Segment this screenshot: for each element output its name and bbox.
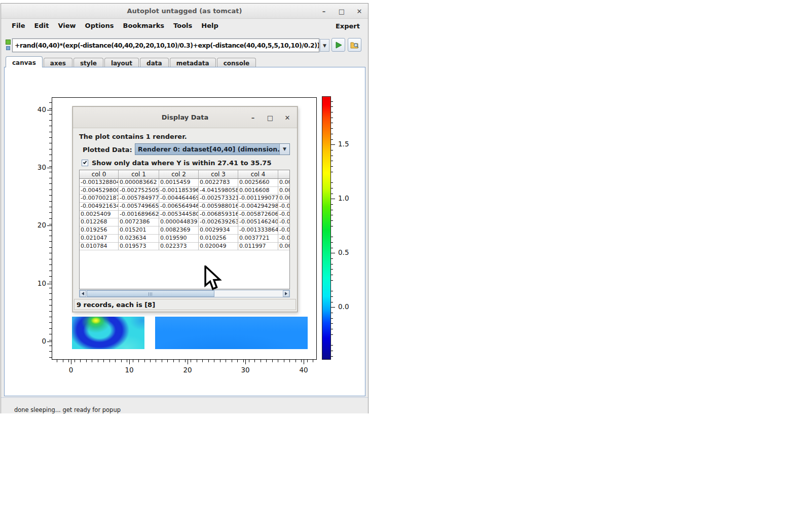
table-cell[interactable]: -0.001328804... <box>80 179 119 187</box>
table-row[interactable]: -0.001328804...0.0000836620.00154590.002… <box>80 179 289 187</box>
table-cell[interactable]: -0.004921634... <box>80 203 119 211</box>
window-titlebar[interactable]: Autoplot untagged (as tomcat) <box>1 4 368 19</box>
table-cell[interactable]: -0.006564946... <box>159 203 199 211</box>
tab-data[interactable]: data <box>140 58 169 67</box>
scroll-left-icon[interactable] <box>80 290 86 297</box>
column-header[interactable]: col 1 <box>119 170 159 178</box>
table-cell[interactable]: 0.011997 <box>238 243 278 251</box>
column-header[interactable] <box>278 170 290 178</box>
table-cell[interactable]: 0.012268 <box>80 218 119 226</box>
table-cell[interactable]: 0.019590 <box>159 235 199 243</box>
table-row[interactable]: 0.0210470.0236340.0195900.0102560.003772… <box>80 235 289 243</box>
menu-tools[interactable]: Tools <box>169 19 197 33</box>
table-cell[interactable]: -0.001689662... <box>119 211 159 219</box>
table-cell[interactable]: -0.002639263... <box>199 218 238 226</box>
tab-console[interactable]: console <box>217 58 256 67</box>
table-row[interactable]: 0.0122680.00723860.000044839-0.002639263… <box>80 218 289 226</box>
table-cell[interactable]: -0.006859316... <box>199 211 238 219</box>
table-cell[interactable]: 0.00 <box>278 187 290 195</box>
table-cell[interactable]: -0.005344580... <box>159 211 199 219</box>
colorbar[interactable] <box>322 96 331 360</box>
close-icon[interactable]: ✕ <box>356 8 363 15</box>
dialog-maximize-icon[interactable]: □ <box>267 114 274 122</box>
table-cell[interactable]: -0.0 <box>278 235 290 243</box>
table-cell[interactable]: -0.0 <box>278 203 290 211</box>
uri-input[interactable]: +rand(40,40)*(exp(-distance(40,40,20,20,… <box>12 39 319 52</box>
table-cell[interactable]: 0.0015459 <box>159 179 199 187</box>
table-cell[interactable]: 0.021047 <box>80 235 119 243</box>
y-filter-checkbox[interactable] <box>82 160 88 166</box>
column-header[interactable]: col 0 <box>80 170 119 178</box>
table-cell[interactable]: -0.002752505... <box>119 187 159 195</box>
table-cell[interactable]: -4.041598058... <box>199 187 238 195</box>
table-cell[interactable]: -0.004294298... <box>238 203 278 211</box>
table-cell[interactable]: 0.022373 <box>159 243 199 251</box>
table-cell[interactable]: 0.000044839 <box>159 218 199 226</box>
table-cell[interactable]: 0.015201 <box>119 226 159 235</box>
table-cell[interactable]: 0.019573 <box>119 243 159 251</box>
table-cell[interactable]: 0.0016608 <box>238 187 278 195</box>
dialog-minimize-icon[interactable]: – <box>249 114 256 122</box>
table-row[interactable]: -0.004529800...-0.002752505...-0.0011853… <box>80 187 289 195</box>
table-cell[interactable]: 0.0072386 <box>119 218 159 226</box>
column-header[interactable]: col 4 <box>238 170 278 178</box>
menu-bookmarks[interactable]: Bookmarks <box>119 19 169 33</box>
table-cell[interactable]: 0.020049 <box>199 243 238 251</box>
table-cell[interactable]: 0.023634 <box>119 235 159 243</box>
table-cell[interactable]: -0.005749665... <box>119 203 159 211</box>
table-cell[interactable]: -0.005784977... <box>119 195 159 203</box>
table-cell[interactable]: 0.00 <box>278 179 290 187</box>
table-cell[interactable]: -0.007002187... <box>80 195 119 203</box>
table-cell[interactable]: -0.0 <box>278 218 290 226</box>
table-cell[interactable]: -0.005872606... <box>238 211 278 219</box>
table-cell[interactable]: -0.002573321... <box>199 195 238 203</box>
menu-help[interactable]: Help <box>197 19 223 33</box>
table-cell[interactable]: -0.001199077... <box>238 195 278 203</box>
table-cell[interactable]: 0.0022783 <box>199 179 238 187</box>
menu-options[interactable]: Options <box>81 19 119 33</box>
tab-canvas[interactable]: canvas <box>6 56 43 67</box>
table-row[interactable]: 0.0025409-0.001689662...-0.005344580...-… <box>80 211 289 219</box>
table-cell[interactable]: 0.0082369 <box>159 226 199 235</box>
table-cell[interactable]: -0.004464469... <box>159 195 199 203</box>
table-cell[interactable]: -0.005988016... <box>199 203 238 211</box>
table-row[interactable]: -0.004921634...-0.005749665...-0.0065649… <box>80 203 289 211</box>
table-row[interactable]: 0.0107840.0195730.0223730.0200490.011997… <box>80 243 289 251</box>
horizontal-scrollbar[interactable] <box>79 290 290 297</box>
table-cell[interactable]: -0.001185396... <box>159 187 199 195</box>
table-cell[interactable]: -0.0 <box>278 211 290 219</box>
table-cell[interactable]: 0.0025409 <box>80 211 119 219</box>
table-cell[interactable]: 0.0025660 <box>238 179 278 187</box>
plotted-data-combobox[interactable]: Renderer 0: dataset[40,40] (dimension...… <box>135 143 290 155</box>
dialog-close-icon[interactable]: ✕ <box>284 114 291 122</box>
table-cell[interactable]: 0.010256 <box>199 235 238 243</box>
menu-edit[interactable]: Edit <box>30 19 54 33</box>
table-cell[interactable]: 0.00 <box>278 243 290 251</box>
table-cell[interactable]: 0.010784 <box>80 243 119 251</box>
table-cell[interactable]: 0.019256 <box>80 226 119 235</box>
combobox-arrow-icon[interactable]: ▼ <box>279 144 289 155</box>
table-row[interactable]: -0.007002187...-0.005784977...-0.0044644… <box>80 195 289 203</box>
go-button[interactable] <box>331 38 345 52</box>
menu-view[interactable]: View <box>53 19 80 33</box>
column-header[interactable]: col 2 <box>159 170 199 178</box>
maximize-icon[interactable]: □ <box>338 8 345 15</box>
menu-file[interactable]: File <box>7 19 30 33</box>
table-cell[interactable]: -0.004529800... <box>80 187 119 195</box>
tab-style[interactable]: style <box>73 58 103 67</box>
data-table[interactable]: col 0col 1col 2col 3col 4 -0.001328804..… <box>79 170 290 289</box>
table-row[interactable]: 0.0192560.0152010.00823690.0029934-0.001… <box>80 226 289 235</box>
table-cell[interactable]: -0.001333864... <box>238 226 278 235</box>
menu-expert[interactable]: Expert <box>336 22 362 30</box>
table-cell[interactable]: -0.005146240... <box>238 218 278 226</box>
table-cell[interactable]: -0.0 <box>278 226 290 235</box>
inspect-uri-button[interactable] <box>348 38 361 52</box>
column-header[interactable]: col 3 <box>199 170 238 178</box>
table-cell[interactable]: 0.0037721 <box>238 235 278 243</box>
table-cell[interactable]: 0.000083662 <box>119 179 159 187</box>
table-cell[interactable]: 0.0029934 <box>199 226 238 235</box>
tab-axes[interactable]: axes <box>44 58 72 67</box>
table-cell[interactable]: 0.00 <box>278 195 290 203</box>
tab-metadata[interactable]: metadata <box>170 58 216 67</box>
uri-dropdown-icon[interactable]: ▼ <box>320 39 329 52</box>
